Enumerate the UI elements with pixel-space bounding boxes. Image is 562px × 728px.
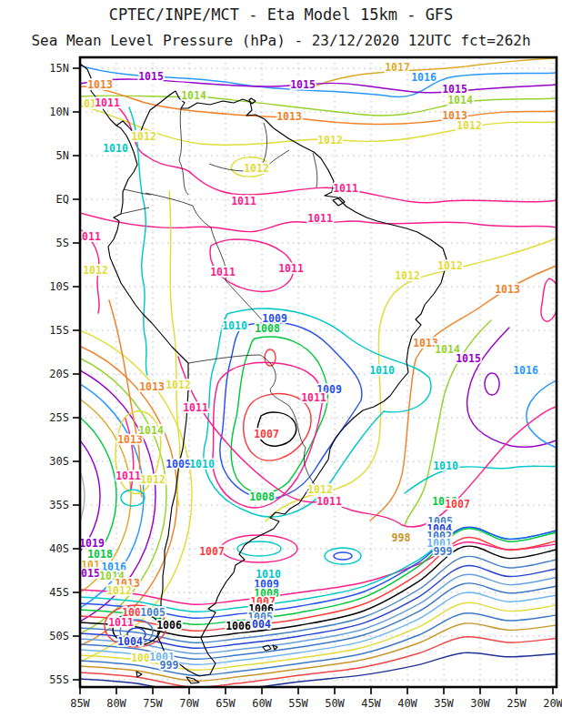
contour-label-1007: 1007 [254, 428, 279, 440]
contour-label-1012: 1012 [106, 584, 132, 597]
contour-label-1011: 1011 [307, 212, 333, 225]
contour-label-1014: 1014 [138, 424, 164, 437]
contour-label-1011: 1011 [231, 195, 256, 207]
low-ring-1009 [220, 322, 362, 499]
contour-label-1011: 1011 [333, 182, 358, 195]
contour-label-1015: 1015 [75, 567, 100, 580]
high-arc-1015 [0, 354, 156, 638]
high-arc-1020 [0, 425, 85, 567]
contour-label-1006: 1006 [226, 620, 251, 632]
contour-label-1013: 1013 [139, 380, 165, 393]
contour-lines [80, 58, 559, 647]
lon-label: 60W [252, 697, 272, 710]
contour-line-1013 [80, 86, 557, 125]
lat-label: 40S [49, 542, 69, 555]
pressure-map-canvas: CPTEC/INPE/MCT - Eta Model 15km - GFS Se… [0, 0, 562, 728]
contour-label-1011: 1011 [301, 391, 326, 404]
contour-label-1011: 1011 [278, 262, 304, 275]
contour-label-1010: 1010 [369, 364, 395, 377]
contour-label-1011: 1011 [115, 470, 141, 482]
contour-label-1010: 1010 [222, 319, 247, 332]
contour-label-1014: 1014 [447, 94, 473, 106]
contour-label-1012: 1012 [131, 130, 156, 143]
contour-label-1012: 1012 [244, 162, 269, 175]
lat-label: 15N [49, 62, 69, 75]
lon-label: 70W [179, 697, 199, 710]
lon-label: 80W [106, 697, 126, 710]
contour-line-1014 [80, 96, 557, 116]
lat-label: 10S [49, 280, 69, 293]
contour-label-1012: 1012 [166, 379, 191, 391]
lon-label: 50W [325, 697, 345, 710]
chart-subtitle: Sea Mean Level Pressure (hPa) - 23/12/20… [31, 32, 530, 49]
lat-label: 5S [56, 237, 69, 249]
contour-label-1015: 1015 [138, 70, 164, 83]
low-oval-1009-s2 [334, 552, 352, 560]
lon-label: 25W [507, 697, 527, 710]
contour-label-999: 999 [160, 659, 179, 672]
contour-label-1011: 1011 [95, 96, 120, 109]
contour-label-1011: 1011 [210, 266, 236, 278]
contour-label-1012: 1012 [395, 269, 420, 282]
contour-line-1011 [80, 102, 557, 203]
contour-label-1015: 1015 [456, 352, 481, 365]
band-contour-1002 [80, 583, 557, 659]
lon-label: 65W [216, 697, 236, 710]
lat-label: 55S [49, 673, 69, 686]
contour-label-998: 998 [392, 531, 411, 544]
lon-label: 75W [143, 697, 163, 710]
contour-label-1012: 1012 [140, 473, 166, 486]
contour-labels: 1015101310121011101410121010101510131012… [75, 61, 538, 672]
contour-label-1012: 1012 [317, 134, 343, 147]
lon-label: 20W [543, 697, 562, 710]
contour-label-1014: 1014 [181, 89, 206, 102]
lat-label: 5N [56, 149, 69, 162]
contour-label-1011: 1011 [108, 616, 134, 629]
contour-label-1012: 1012 [437, 259, 463, 272]
chart-title: CPTEC/INPE/MCT - Eta Model 15km - GFS [109, 5, 454, 24]
low-oval-1011-s [221, 535, 297, 562]
pocket-1010 [121, 490, 145, 506]
contour-label-1013: 1013 [495, 283, 520, 296]
contour-label-1016: 1016 [411, 71, 437, 84]
contour-label-1011: 1011 [316, 495, 342, 508]
contour-label-1016: 1016 [513, 364, 538, 377]
contour-label-1007: 1007 [445, 498, 470, 511]
contour-line-1017 [316, 58, 557, 86]
contour-label-1005: 1005 [140, 606, 166, 619]
lat-label: 30S [49, 455, 69, 468]
contour-label-1007: 1007 [199, 545, 225, 558]
contour-label-1017: 1017 [385, 61, 410, 74]
contour-label-1013: 1013 [276, 110, 302, 123]
lon-label: 55W [288, 697, 308, 710]
grid-lines [80, 57, 557, 687]
contour-label-1011: 1011 [183, 401, 208, 414]
contour-label-1015: 1015 [290, 78, 316, 91]
contour-label-1010: 1010 [189, 458, 215, 470]
lon-label: 85W [70, 697, 90, 710]
contour-loop-1015 [485, 373, 499, 395]
lon-label: 35W [434, 697, 454, 710]
contour-label-999: 999 [434, 545, 453, 558]
lat-label: 35S [49, 499, 69, 511]
contour-label-1012: 1012 [307, 483, 333, 496]
lon-label: 45W [361, 697, 381, 710]
contour-label-1010: 1010 [433, 460, 458, 472]
contour-label-1008: 1008 [249, 490, 275, 503]
lat-label: 20S [49, 368, 69, 380]
lon-label: 30W [470, 697, 490, 710]
low-oval-1010-s2 [325, 548, 361, 564]
lat-label: 10N [49, 106, 69, 118]
contour-line-1013-ne [370, 266, 557, 521]
contour-label-1004: 1004 [117, 635, 143, 648]
contour-label-1006: 1006 [156, 619, 182, 632]
lon-label: 40W [397, 697, 417, 710]
weather-chart-page: { "header": { "line1": "CPTEC/INPE/MCT -… [0, 0, 562, 728]
contour-label-1010: 1010 [103, 142, 128, 155]
lat-label: EQ [56, 193, 69, 206]
lat-label: 25S [49, 411, 69, 424]
lat-label: 45S [49, 586, 69, 599]
lat-label: 15S [49, 324, 69, 337]
contour-line-1013-andes [109, 300, 142, 497]
contour-label-1009: 1009 [166, 458, 191, 470]
